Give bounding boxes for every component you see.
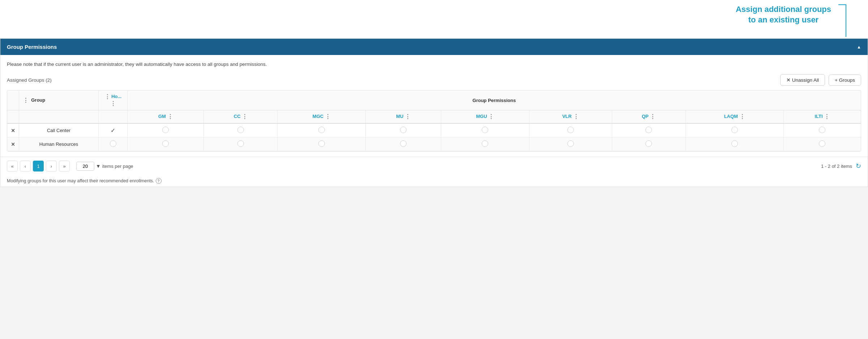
dots-icon-ho[interactable]: ⋮	[104, 94, 110, 100]
th-group: ⋮ Group	[19, 90, 99, 110]
dots-icon-gm[interactable]: ⋮	[167, 114, 173, 120]
annotation-line1: Assign additional groups	[736, 4, 831, 15]
page-size-input[interactable]	[76, 162, 94, 171]
refresh-icon[interactable]: ↻	[856, 162, 861, 170]
perm-radio[interactable]	[731, 127, 738, 133]
perm-radio[interactable]	[162, 140, 169, 147]
assigned-header: Assigned Groups (2) ✕ Unassign All + Gro…	[7, 74, 861, 86]
table-body: ✕Call Center✓✕Human Resources	[7, 123, 861, 151]
current-page-button[interactable]: 1	[33, 161, 44, 171]
row-name: Call Center	[19, 123, 99, 137]
th-ho: ⋮ Ho... ⋮	[99, 90, 128, 110]
perm-radio[interactable]	[567, 140, 574, 147]
unassign-all-button[interactable]: ✕ Unassign All	[780, 74, 825, 86]
th-remove	[7, 90, 19, 110]
remove-row-button[interactable]: ✕	[11, 128, 15, 134]
th-group-permissions: Group Permissions	[128, 90, 861, 110]
dots-icon-group[interactable]: ⋮	[23, 97, 29, 103]
dots-icon-mu[interactable]: ⋮	[405, 114, 411, 120]
th-group-label: Group	[31, 97, 45, 102]
th-laqm-label: LAQM	[724, 114, 738, 119]
perm-radio[interactable]	[731, 140, 738, 147]
table-row: ✕Call Center✓	[7, 123, 861, 137]
th-laqm: LAQM ⋮	[686, 110, 783, 124]
pagination-left: « ‹ 1 › » ▼ items per page	[7, 161, 133, 171]
footer-note: Modifying groups for this user may affec…	[0, 175, 868, 187]
perm-radio[interactable]	[482, 127, 488, 133]
perm-radio[interactable]	[318, 127, 325, 133]
admin-note: Please note that if the current user is …	[7, 60, 861, 68]
dots-icon-qp[interactable]: ⋮	[650, 114, 656, 120]
info-icon[interactable]: ?	[156, 178, 162, 184]
perm-radio[interactable]	[237, 140, 244, 147]
last-page-button[interactable]: »	[59, 161, 70, 171]
table-row: ✕Human Resources	[7, 137, 861, 151]
pagination-row: « ‹ 1 › » ▼ items per page 1 - 2 of 2 it…	[0, 157, 868, 175]
th-vlr: VLR ⋮	[529, 110, 612, 124]
panel-header: Group Permissions ▲	[0, 39, 868, 55]
table-header-row2: GM ⋮ CC ⋮ MGC ⋮ MU ⋮	[7, 110, 861, 124]
ho-checkmark: ✓	[111, 127, 115, 134]
th-qp: QP ⋮	[612, 110, 686, 124]
perm-radio[interactable]	[819, 140, 825, 147]
add-groups-button[interactable]: + Groups	[829, 75, 861, 86]
permissions-table: ⋮ Group ⋮ Ho... ⋮ Group Permissions	[7, 90, 861, 151]
prev-page-button[interactable]: ‹	[20, 161, 31, 171]
remove-row-button[interactable]: ✕	[11, 141, 15, 147]
dots-icon-vlr[interactable]: ⋮	[573, 114, 579, 120]
permissions-table-wrapper: ⋮ Group ⋮ Ho... ⋮ Group Permissions	[7, 90, 861, 152]
table-header-row1: ⋮ Group ⋮ Ho... ⋮ Group Permissions	[7, 90, 861, 110]
th-gm: GM ⋮	[128, 110, 204, 124]
panel-title: Group Permissions	[7, 44, 57, 50]
perm-radio[interactable]	[819, 127, 825, 133]
dots-icon-ho2[interactable]: ⋮	[110, 101, 116, 107]
annotation-area: Assign additional groups to an existing …	[0, 0, 868, 38]
perm-radio[interactable]	[645, 127, 652, 133]
perm-radio[interactable]	[162, 127, 169, 133]
panel-body: Please note that if the current user is …	[0, 55, 868, 157]
th-mu: MU ⋮	[366, 110, 441, 124]
th-ilti: ILTI ⋮	[783, 110, 861, 124]
th-empty2	[19, 110, 99, 124]
perm-radio[interactable]	[482, 140, 488, 147]
footer-note-text: Modifying groups for this user may affec…	[7, 178, 154, 183]
next-page-button[interactable]: ›	[46, 161, 57, 171]
th-ilti-label: ILTI	[815, 114, 822, 119]
panel-toggle-icon[interactable]: ▲	[857, 45, 861, 50]
header-actions: ✕ Unassign All + Groups	[780, 74, 861, 86]
pagination-right: 1 - 2 of 2 items ↻	[821, 162, 861, 170]
pagination-range: 1 - 2 of 2 items	[821, 164, 852, 169]
th-empty3	[99, 110, 128, 124]
perm-radio[interactable]	[567, 127, 574, 133]
assigned-groups-label: Assigned Groups (2)	[7, 77, 52, 83]
first-page-button[interactable]: «	[7, 161, 18, 171]
th-vlr-label: VLR	[562, 114, 572, 119]
th-qp-label: QP	[642, 114, 649, 119]
th-gm-label: GM	[158, 114, 166, 119]
page-size-dropdown-icon[interactable]: ▼	[96, 163, 101, 169]
dots-icon-ilti[interactable]: ⋮	[824, 114, 830, 120]
th-empty1	[7, 110, 19, 124]
perm-radio[interactable]	[645, 140, 652, 147]
annotation-line2: to an existing user	[736, 15, 831, 25]
th-mgc: MGC ⋮	[278, 110, 366, 124]
th-mgu-label: MGU	[476, 114, 487, 119]
ho-radio[interactable]	[110, 140, 116, 147]
th-mgu: MGU ⋮	[441, 110, 529, 124]
dots-icon-mgu[interactable]: ⋮	[488, 114, 494, 120]
perm-radio[interactable]	[318, 140, 325, 147]
dots-icon-laqm[interactable]: ⋮	[739, 114, 745, 120]
perm-radio[interactable]	[400, 127, 407, 133]
th-ho-label: Ho...	[111, 94, 121, 99]
row-name: Human Resources	[19, 137, 99, 151]
dots-icon-cc[interactable]: ⋮	[242, 114, 248, 120]
th-cc: CC ⋮	[204, 110, 278, 124]
group-permissions-panel: Group Permissions ▲ Please note that if …	[0, 38, 868, 187]
th-mgc-label: MGC	[313, 114, 323, 119]
perm-radio[interactable]	[400, 140, 407, 147]
dots-icon-mgc[interactable]: ⋮	[325, 114, 331, 120]
annotation-text: Assign additional groups to an existing …	[736, 4, 831, 25]
th-mu-label: MU	[396, 114, 403, 119]
items-per-page-label: items per page	[102, 164, 133, 169]
perm-radio[interactable]	[237, 127, 244, 133]
